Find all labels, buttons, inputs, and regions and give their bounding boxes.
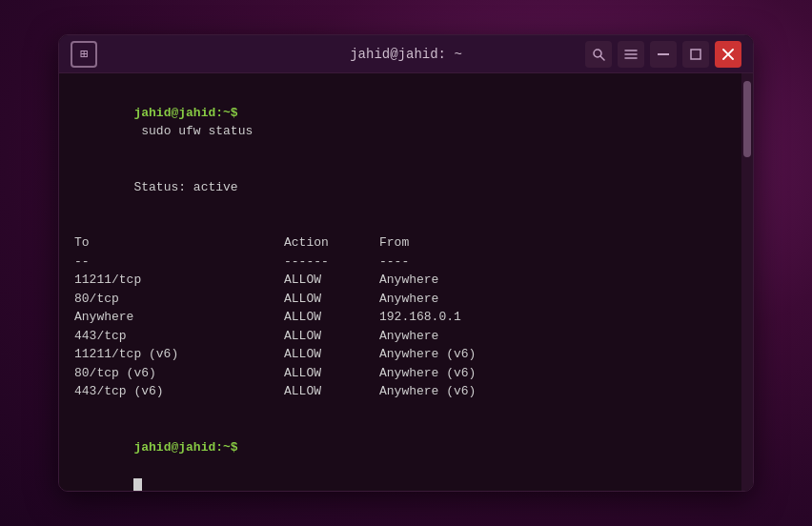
maximize-button[interactable]: [682, 41, 709, 68]
table-row-1: 11211/tcp ALLOW Anywhere: [74, 271, 726, 290]
terminal-body: jahid@jahid:~$ sudo ufw status Status: a…: [59, 73, 753, 491]
terminal-icon: ⊞: [71, 41, 97, 68]
close-button[interactable]: [715, 41, 741, 68]
row4-to: 443/tcp: [74, 327, 284, 346]
sep-from: ----: [379, 253, 570, 272]
scrollbar-track[interactable]: [741, 73, 753, 491]
window-title: jahid@jahid: ~: [350, 47, 462, 62]
sep-to: --: [74, 253, 284, 272]
table-row-2: 80/tcp ALLOW Anywhere: [74, 290, 726, 309]
title-bar: ⊞ jahid@jahid: ~: [59, 35, 753, 73]
new-prompt-line: jahid@jahid:~$: [74, 419, 726, 491]
svg-rect-6: [691, 50, 700, 59]
table-row-7: 443/tcp (v6) ALLOW Anywhere (v6): [74, 382, 726, 401]
table-row-5: 11211/tcp (v6) ALLOW Anywhere (v6): [74, 345, 726, 364]
col-action-header: Action: [284, 233, 379, 253]
minimize-button[interactable]: [650, 41, 677, 68]
table-separator: -- ------ ----: [74, 253, 726, 272]
prompt-2: jahid@jahid:~$: [133, 440, 237, 455]
table-row-4: 443/tcp ALLOW Anywhere: [74, 327, 726, 346]
row5-to: 11211/tcp (v6): [74, 345, 284, 364]
row6-from: Anywhere (v6): [379, 364, 570, 383]
command-line: jahid@jahid:~$ sudo ufw status: [74, 85, 726, 159]
prompt-1: jahid@jahid:~$: [133, 106, 237, 120]
row6-action: ALLOW: [284, 364, 379, 383]
terminal-content[interactable]: jahid@jahid:~$ sudo ufw status Status: a…: [59, 73, 741, 491]
row4-from: Anywhere: [379, 327, 570, 346]
title-bar-controls: [585, 41, 741, 68]
row1-to: 11211/tcp: [74, 271, 284, 290]
row7-action: ALLOW: [284, 382, 379, 401]
title-bar-left: ⊞: [71, 41, 97, 68]
row3-from: 192.168.0.1: [379, 308, 570, 327]
sep-action: ------: [284, 253, 379, 272]
col-to-header: To: [74, 233, 284, 253]
row2-action: ALLOW: [284, 290, 379, 309]
table-row-6: 80/tcp (v6) ALLOW Anywhere (v6): [74, 364, 726, 383]
row7-to: 443/tcp (v6): [74, 382, 284, 401]
row5-action: ALLOW: [284, 345, 379, 364]
col-from-header: From: [379, 233, 570, 253]
prompt-space: [133, 458, 141, 473]
row6-to: 80/tcp (v6): [74, 364, 284, 383]
search-button[interactable]: [585, 41, 612, 68]
row3-action: ALLOW: [284, 308, 379, 327]
row4-action: ALLOW: [284, 327, 379, 346]
blank-line-1: [74, 215, 726, 234]
scrollbar-thumb[interactable]: [743, 81, 751, 157]
svg-line-1: [600, 56, 604, 60]
status-line: Status: active: [74, 159, 726, 215]
cursor: [133, 478, 142, 492]
table-header: To Action From: [74, 233, 726, 253]
blank-line-2: [74, 401, 726, 420]
row3-to: Anywhere: [74, 308, 284, 327]
status-text: Status: active: [133, 180, 237, 194]
row7-from: Anywhere (v6): [379, 382, 570, 401]
menu-button[interactable]: [618, 41, 644, 68]
row1-from: Anywhere: [379, 271, 570, 290]
row1-action: ALLOW: [284, 271, 379, 290]
row5-from: Anywhere (v6): [379, 345, 570, 364]
row2-from: Anywhere: [379, 290, 570, 309]
terminal-window: ⊞ jahid@jahid: ~: [58, 34, 754, 492]
table-row-3: Anywhere ALLOW 192.168.0.1: [74, 308, 726, 327]
command-text: sudo ufw status: [133, 124, 253, 138]
row2-to: 80/tcp: [74, 290, 284, 309]
